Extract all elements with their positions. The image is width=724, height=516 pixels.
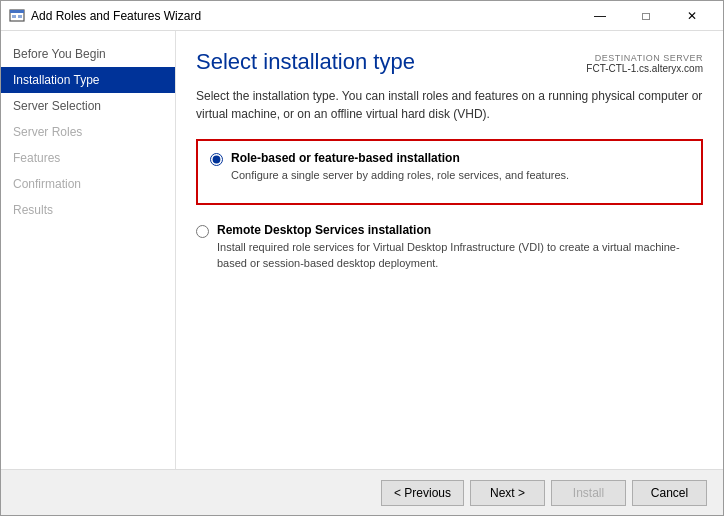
main-content: Before You Begin Installation Type Serve… bbox=[1, 31, 723, 469]
panel-header: Select installation type DESTINATION SER… bbox=[176, 31, 723, 75]
sidebar-item-features: Features bbox=[1, 145, 175, 171]
title-bar: Add Roles and Features Wizard — □ ✕ bbox=[1, 1, 723, 31]
description-text: Select the installation type. You can in… bbox=[196, 87, 703, 123]
sidebar-item-server-selection[interactable]: Server Selection bbox=[1, 93, 175, 119]
minimize-button[interactable]: — bbox=[577, 1, 623, 31]
previous-button[interactable]: < Previous bbox=[381, 480, 464, 506]
window: Add Roles and Features Wizard — □ ✕ Befo… bbox=[0, 0, 724, 516]
option-title-role-based: Role-based or feature-based installation bbox=[231, 151, 569, 165]
sidebar-item-server-roles: Server Roles bbox=[1, 119, 175, 145]
sidebar-item-installation-type[interactable]: Installation Type bbox=[1, 67, 175, 93]
option-row-role-based: Role-based or feature-based installation… bbox=[210, 151, 689, 183]
sidebar-item-results: Results bbox=[1, 197, 175, 223]
window-icon bbox=[9, 8, 25, 24]
svg-rect-2 bbox=[12, 15, 16, 18]
destination-info: DESTINATION SERVER FCT-CTL-1.cs.alteryx.… bbox=[586, 53, 703, 74]
panel-body: Select the installation type. You can in… bbox=[176, 75, 723, 469]
option-desc-remote-desktop: Install required role services for Virtu… bbox=[217, 240, 703, 271]
install-button[interactable]: Install bbox=[551, 480, 626, 506]
footer: < Previous Next > Install Cancel bbox=[1, 469, 723, 515]
sidebar: Before You Begin Installation Type Serve… bbox=[1, 31, 176, 469]
radio-remote-desktop[interactable] bbox=[196, 225, 209, 238]
svg-rect-3 bbox=[18, 15, 22, 18]
option-row-remote-desktop[interactable]: Remote Desktop Services installation Ins… bbox=[196, 217, 703, 277]
option-content-role-based: Role-based or feature-based installation… bbox=[231, 151, 569, 183]
right-panel: Select installation type DESTINATION SER… bbox=[176, 31, 723, 469]
page-title: Select installation type bbox=[196, 49, 415, 75]
window-title: Add Roles and Features Wizard bbox=[31, 9, 577, 23]
svg-rect-1 bbox=[10, 10, 24, 13]
window-controls: — □ ✕ bbox=[577, 1, 715, 31]
close-button[interactable]: ✕ bbox=[669, 1, 715, 31]
option-content-remote-desktop: Remote Desktop Services installation Ins… bbox=[217, 223, 703, 271]
cancel-button[interactable]: Cancel bbox=[632, 480, 707, 506]
option-title-remote-desktop: Remote Desktop Services installation bbox=[217, 223, 703, 237]
sidebar-item-confirmation: Confirmation bbox=[1, 171, 175, 197]
sidebar-item-before-you-begin[interactable]: Before You Begin bbox=[1, 41, 175, 67]
option-box-role-based[interactable]: Role-based or feature-based installation… bbox=[196, 139, 703, 205]
destination-label: DESTINATION SERVER bbox=[586, 53, 703, 63]
option-desc-role-based: Configure a single server by adding role… bbox=[231, 168, 569, 183]
maximize-button[interactable]: □ bbox=[623, 1, 669, 31]
destination-server: FCT-CTL-1.cs.alteryx.com bbox=[586, 63, 703, 74]
radio-role-based[interactable] bbox=[210, 153, 223, 166]
next-button[interactable]: Next > bbox=[470, 480, 545, 506]
